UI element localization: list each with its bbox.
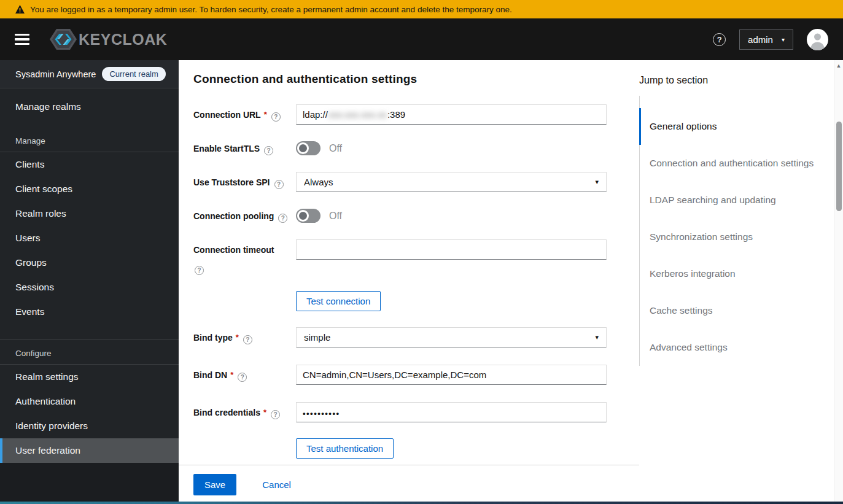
truststore-spi-label: Use Truststore SPI? [193,172,296,192]
user-dropdown[interactable]: admin ▾ [739,29,793,50]
sidebar-item-sessions[interactable]: Sessions [0,275,179,300]
cancel-button[interactable]: Cancel [262,479,291,490]
jump-item-ldap-searching[interactable]: LDAP searching and updating [640,182,832,219]
scrollbar-thumb[interactable] [836,122,842,211]
keycloak-logo[interactable]: KEYCLOAK [49,28,167,50]
help-icon[interactable]: ? [238,373,247,382]
left-sidebar: Sysadmin Anywhere Current realm Manage r… [0,60,179,504]
bind-dn-row: Bind DN*? [193,365,639,385]
bind-type-select[interactable]: simple ▾ [296,327,607,347]
temporary-admin-warning-banner: You are logged in as a temporary admin u… [0,0,843,18]
test-authentication-button[interactable]: Test authentication [296,438,394,459]
connection-url-input[interactable]: ldap://xxx.xxx.xxx.xx:389 [296,104,607,125]
help-icon[interactable]: ? [195,266,204,275]
window-bottom-edge [0,502,843,504]
jump-item-advanced[interactable]: Advanced settings [640,329,832,366]
bind-credentials-input[interactable]: •••••••••• [296,402,607,422]
test-connection-button[interactable]: Test connection [296,291,381,311]
connection-pooling-row: Connection pooling? Off [193,206,639,226]
bind-type-row: Bind type*? simple ▾ [193,327,639,347]
jump-item-synchronization[interactable]: Synchronization settings [640,219,832,255]
help-icon[interactable]: ? [713,33,726,46]
redacted-host: xxx.xxx.xxx.xx [328,109,387,120]
vertical-scrollbar[interactable]: ▲ [834,60,843,504]
enable-starttls-toggle[interactable] [296,141,320,155]
connection-pooling-label: Connection pooling? [193,206,296,226]
sidebar-item-user-federation[interactable]: User federation [0,438,179,463]
selected-value: simple [304,332,330,343]
help-icon[interactable]: ? [274,180,284,189]
current-realm-badge: Current realm [102,67,165,81]
sidebar-item-users[interactable]: Users [0,226,179,250]
required-asterisk: * [264,110,267,119]
selected-value: Always [304,177,333,187]
required-asterisk: * [263,408,266,417]
jump-to-section-panel: Jump to section General options Connecti… [639,60,843,504]
toggle-state-label: Off [329,211,342,222]
warning-triangle-icon [15,5,25,14]
truststore-spi-select[interactable]: Always ▾ [296,172,607,192]
jump-item-general-options[interactable]: General options [639,108,832,145]
chevron-down-icon: ▾ [782,36,785,43]
page-title: Connection and authentication settings [193,72,639,86]
scroll-up-icon[interactable]: ▲ [834,63,843,69]
sidebar-filler [0,463,179,504]
banner-text: You are logged in as a temporary admin u… [30,5,512,14]
url-prefix: ldap:// [303,109,328,120]
keycloak-hexagon-icon [49,28,77,50]
toggle-knob [297,210,309,222]
required-asterisk: * [230,370,233,379]
user-name: admin [748,34,773,45]
enable-starttls-label: Enable StartTLS? [193,138,296,158]
sidebar-item-manage-realms[interactable]: Manage realms [0,95,179,119]
connection-url-label: Connection URL*? [193,104,296,125]
sidebar-item-client-scopes[interactable]: Client scopes [0,177,179,201]
sidebar-item-realm-settings[interactable]: Realm settings [0,365,179,389]
sidebar-item-groups[interactable]: Groups [0,250,179,275]
chevron-down-icon: ▾ [595,333,599,341]
bind-credentials-label: Bind credentials*? [193,402,296,422]
settings-form-panel: Connection and authentication settings C… [179,60,639,504]
sidebar-item-events[interactable]: Events [0,300,179,324]
nav-group-configure: Configure [0,340,179,364]
bind-dn-label: Bind DN*? [193,365,296,385]
truststore-spi-row: Use Truststore SPI? Always ▾ [193,172,639,192]
realm-name: Sysadmin Anywhere [15,69,96,79]
chevron-down-icon: ▾ [595,178,599,186]
connection-timeout-label: Connection timeout ? [193,239,296,275]
bind-dn-input[interactable] [296,365,607,385]
bind-credentials-row: Bind credentials*? •••••••••• [193,402,639,422]
toggle-knob [297,142,309,154]
jump-item-cache[interactable]: Cache settings [640,292,832,329]
connection-url-row: Connection URL*? ldap://xxx.xxx.xxx.xx:3… [193,104,639,125]
jump-list: General options Connection and authentic… [639,96,832,366]
required-asterisk: * [236,333,239,342]
save-button[interactable]: Save [193,474,236,495]
connection-timeout-input[interactable] [296,239,607,260]
enable-starttls-row: Enable StartTLS? Off [193,138,639,158]
help-icon[interactable]: ? [271,410,280,419]
sidebar-item-clients[interactable]: Clients [0,152,179,177]
help-icon[interactable]: ? [278,214,287,223]
jump-item-connection-authentication[interactable]: Connection and authentication settings [640,145,832,182]
help-icon[interactable]: ? [264,146,273,155]
sidebar-item-authentication[interactable]: Authentication [0,389,179,414]
sidebar-item-realm-roles[interactable]: Realm roles [0,201,179,226]
person-icon [807,29,828,50]
help-icon[interactable]: ? [243,335,252,344]
realm-selector[interactable]: Sysadmin Anywhere Current realm [0,60,179,88]
url-port: :389 [387,109,405,120]
connection-pooling-toggle[interactable] [296,209,320,223]
masthead: KEYCLOAK ? admin ▾ [0,18,843,60]
help-icon[interactable]: ? [271,112,281,122]
connection-timeout-row: Connection timeout ? [193,239,639,275]
jump-item-kerberos[interactable]: Kerberos integration [640,255,832,292]
toggle-state-label: Off [329,143,342,154]
nav-group-manage: Manage [0,119,179,152]
bind-type-label: Bind type*? [193,327,296,347]
avatar[interactable] [807,29,828,50]
form-action-bar: Save Cancel [179,465,639,504]
nav-toggle-hamburger-icon[interactable] [15,34,29,45]
brand-wordmark: KEYCLOAK [79,31,167,48]
sidebar-item-identity-providers[interactable]: Identity providers [0,414,179,438]
